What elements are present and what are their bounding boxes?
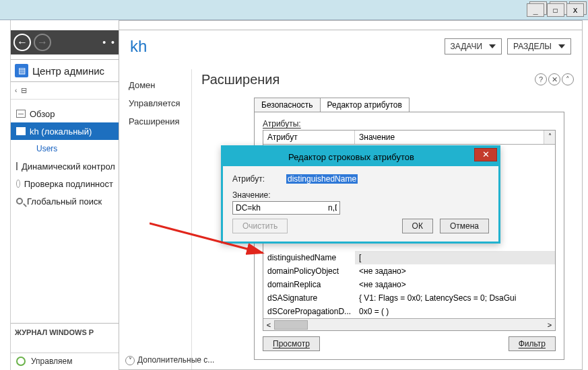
page-title: kh bbox=[130, 37, 147, 56]
clear-button[interactable]: Очистить bbox=[232, 219, 288, 233]
grid-row[interactable]: dSASignature{ V1: Flags = 0x0; LatencySe… bbox=[263, 291, 555, 305]
grid-col-attribute[interactable]: Атрибут bbox=[263, 131, 355, 144]
tab-security[interactable]: Безопасность bbox=[254, 98, 321, 112]
string-attribute-editor-dialog: Редактор строковых атрибутов ✕ Атрибут: … bbox=[221, 145, 500, 244]
overview-icon bbox=[16, 110, 26, 118]
attr-name-value[interactable]: distinguishedName bbox=[286, 174, 358, 184]
section-domain[interactable]: Домен bbox=[129, 76, 191, 94]
additional-expander[interactable]: ˅Дополнительные c... bbox=[125, 355, 214, 365]
scroll-right-icon[interactable]: > bbox=[544, 321, 555, 329]
chevron-down-icon bbox=[558, 44, 565, 48]
forward-button[interactable]: → bbox=[34, 34, 51, 51]
journal-panel-header[interactable]: ЖУРНАЛ WINDOWS P bbox=[11, 323, 119, 340]
dialog-titlebar[interactable]: Редактор строковых атрибутов ✕ bbox=[223, 147, 498, 166]
help-icon[interactable]: ? bbox=[535, 73, 547, 85]
server-icon bbox=[16, 127, 26, 135]
grid-row[interactable]: domainReplica<не задано> bbox=[263, 278, 555, 291]
section-managed[interactable]: Управляется bbox=[129, 94, 191, 112]
grid-header: Атрибут Значение ˄ bbox=[263, 131, 555, 145]
inner-maximize-button[interactable]: ☐ bbox=[547, 3, 564, 17]
grid-scroll-up[interactable]: ˄ bbox=[544, 131, 555, 144]
app-icon: ▤ bbox=[15, 64, 28, 77]
inner-window-titlebar: _ ☐ x bbox=[119, 20, 583, 30]
app-title: Центр админис bbox=[32, 65, 104, 77]
breadcrumb[interactable]: ‹ ⊟ bbox=[11, 82, 119, 100]
tree-kh[interactable]: kh (локальный) bbox=[11, 122, 119, 140]
section-extensions[interactable]: Расширения bbox=[129, 112, 191, 131]
inner-close-button[interactable]: x bbox=[566, 3, 584, 17]
dialog-close-button[interactable]: ✕ bbox=[474, 148, 497, 161]
collapse-icon[interactable]: ˄ bbox=[562, 73, 574, 85]
value-input[interactable] bbox=[232, 201, 340, 215]
tasks-dropdown[interactable]: ЗАДАЧИ bbox=[445, 38, 502, 54]
outer-window-titlebar: _ ☐ x bbox=[0, 0, 588, 20]
tree-users[interactable]: Users bbox=[11, 140, 119, 157]
detail-header: kh ЗАДАЧИ РАЗДЕЛЫ bbox=[119, 30, 582, 63]
outer-left-strip bbox=[0, 20, 11, 370]
scroll-left-icon[interactable]: < bbox=[263, 321, 274, 329]
grid-row[interactable]: dSCorePropagationD...0x0 = ( ) bbox=[263, 305, 555, 318]
grid-caption: Атрибуты: bbox=[263, 119, 556, 128]
refresh-icon bbox=[16, 357, 26, 366]
manage-row[interactable]: Управляем bbox=[11, 353, 119, 369]
app-title-bar: ▤ Центр админис bbox=[11, 59, 119, 82]
splitter[interactable] bbox=[191, 69, 192, 369]
back-button[interactable]: ← bbox=[13, 34, 31, 51]
filter-button[interactable]: Фильтр bbox=[509, 336, 556, 351]
grid-row[interactable]: domainPolicyObject<не задано> bbox=[263, 264, 555, 278]
crumb-chevron-icon: ‹ bbox=[15, 87, 17, 94]
tree-dynamic[interactable]: Динамический контрол bbox=[11, 157, 119, 175]
grid-row[interactable]: distinguishedName[ bbox=[263, 251, 555, 264]
tab-attribute-editor[interactable]: Редактор атрибутов bbox=[320, 98, 410, 112]
value-label: Значение: bbox=[232, 190, 271, 200]
section-heading: Расширения bbox=[201, 72, 280, 87]
attr-label: Атрибут: bbox=[232, 174, 280, 184]
grid-col-value[interactable]: Значение bbox=[355, 131, 544, 144]
tree-search[interactable]: Глобальный поиск bbox=[11, 192, 119, 210]
scroll-thumb[interactable] bbox=[274, 320, 308, 330]
cancel-button[interactable]: Отмена bbox=[440, 219, 489, 233]
chevron-down-icon: ˅ bbox=[125, 356, 135, 365]
inner-minimize-button[interactable]: _ bbox=[527, 3, 544, 17]
section-nav: Домен Управляется Расширения bbox=[119, 69, 191, 131]
folder-icon bbox=[16, 162, 18, 170]
grid-hscroll[interactable]: < > bbox=[263, 318, 555, 330]
dialog-title: Редактор строковых атрибутов bbox=[228, 152, 474, 162]
view-button[interactable]: Просмотр bbox=[263, 336, 320, 351]
nav-tree: Обзор kh (локальный) Users Динамический … bbox=[11, 101, 119, 210]
ok-button[interactable]: ОК bbox=[402, 219, 433, 233]
search-icon bbox=[16, 198, 23, 205]
close-section-icon[interactable]: ✕ bbox=[548, 73, 560, 85]
check-icon bbox=[16, 180, 20, 188]
nav-more-icon[interactable]: • • bbox=[102, 37, 116, 48]
crumb-icon: ⊟ bbox=[21, 86, 27, 95]
tree-auth[interactable]: Проверка подлинност bbox=[11, 175, 119, 192]
sections-dropdown[interactable]: РАЗДЕЛЫ bbox=[507, 38, 571, 54]
nav-bar: ← → • • bbox=[11, 30, 119, 54]
tree-overview[interactable]: Обзор bbox=[11, 105, 119, 122]
chevron-down-icon bbox=[489, 44, 496, 48]
